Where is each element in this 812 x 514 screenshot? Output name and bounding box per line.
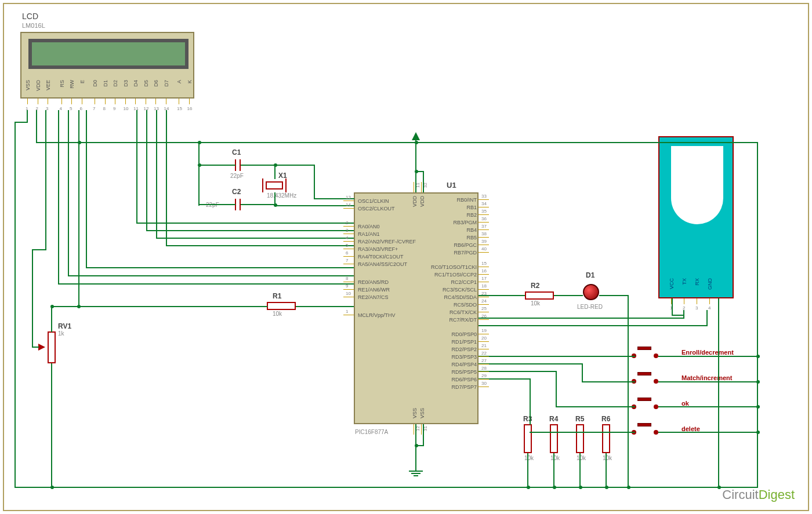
- lcd-pin-num: 16: [187, 106, 193, 111]
- junction-dot: [415, 170, 418, 173]
- sensor-pin-rx: RX: [694, 278, 700, 286]
- lcd-pin-vss: VSS: [25, 80, 31, 90]
- lcd-pin-tick: [189, 99, 190, 104]
- chip-pin-label: RB4: [466, 227, 477, 233]
- button-delete[interactable]: [635, 423, 658, 436]
- lcd-pin-num: 8: [103, 106, 106, 111]
- wire: [156, 238, 354, 239]
- lcd-pin-num: 6: [80, 106, 82, 111]
- lcd-pin-d6: D6: [153, 80, 159, 87]
- wire: [146, 110, 147, 231]
- sensor-pin-gnd: GND: [707, 278, 713, 290]
- r2-ref: R2: [531, 282, 539, 290]
- chip-pin-stub: [478, 364, 489, 364]
- chip-pin-num: 8: [346, 276, 348, 281]
- lcd-pin-num: 2: [36, 106, 38, 111]
- resistor-r6: [602, 424, 610, 453]
- junction-dot: [274, 163, 277, 167]
- chip-pin-label: RB0/INT: [456, 197, 477, 203]
- wire: [530, 432, 635, 433]
- button-ok[interactable]: [635, 398, 658, 410]
- button-enroll[interactable]: [635, 347, 658, 359]
- chip-pin-stub: [343, 241, 354, 242]
- button-match[interactable]: [635, 372, 658, 385]
- lcd-title: LCD: [22, 12, 38, 21]
- wire: [136, 223, 354, 224]
- chip-pin-stub: [478, 304, 489, 305]
- c1-ref: C1: [232, 148, 241, 156]
- chip-pin-num: 35: [481, 209, 487, 214]
- chip-pin-stub: [343, 256, 354, 257]
- lcd-pin-k: K: [187, 80, 193, 83]
- chip-pin-stub: [478, 282, 489, 282]
- c2-ref: C2: [232, 188, 241, 196]
- chip-pin-label: RA2/AN2/VREF-/CVREF: [358, 239, 416, 245]
- sensor-window: [671, 146, 723, 224]
- wire-ground-bus: [14, 487, 758, 488]
- sensor-pin-num: 2: [683, 305, 685, 311]
- chip-pin-stub: [414, 182, 414, 192]
- wire: [51, 363, 52, 488]
- chip-pin-stub: [343, 315, 354, 315]
- junction-dot: [527, 486, 530, 489]
- wire: [32, 249, 33, 348]
- chip-pin-stub: [478, 312, 489, 312]
- sensor-pin-tick: [671, 298, 672, 304]
- wire: [556, 371, 557, 407]
- chip-pin-label: RC1/T1OSI/CCP2: [434, 272, 477, 278]
- chip-pin-stub: [478, 207, 489, 207]
- chip-pin-label: RC3/SCK/SCL: [443, 287, 477, 293]
- wire: [556, 406, 635, 407]
- chip-pin-stub: [343, 249, 354, 249]
- led-d1: [583, 284, 599, 300]
- chip-pin-num: 28: [481, 366, 487, 371]
- lcd-part: LM016L: [22, 22, 45, 29]
- wire: [599, 295, 628, 296]
- junction-dot: [717, 486, 721, 489]
- sensor-pin-num: 4: [708, 305, 710, 311]
- chip-pin-label: MCLR/Vpp/THV: [358, 312, 396, 318]
- chip-pin-label: RA3/AN3/VREF+: [358, 246, 398, 252]
- wire: [296, 306, 354, 307]
- wire: [553, 453, 554, 488]
- wire: [32, 249, 46, 250]
- chip-pin-num: 23: [481, 291, 487, 296]
- sensor-pin-tx: TX: [682, 278, 687, 285]
- chip-pin-stub: [478, 341, 489, 342]
- wire: [672, 315, 684, 316]
- lcd-pin-tick: [179, 99, 179, 104]
- junction-dot: [627, 486, 630, 489]
- chip-pin-num: 36: [481, 216, 487, 221]
- chip-pin-num: 10: [346, 291, 351, 296]
- chip-pin-label: OSC2/CLKOUT: [358, 206, 395, 212]
- wire: [166, 245, 354, 246]
- chip-pin-stub: [478, 267, 489, 267]
- chip-pin-label: RB3/PGM: [453, 220, 477, 225]
- chip-pin-num: 19: [481, 328, 487, 333]
- resistor-r4: [550, 424, 558, 453]
- junction-dot: [579, 486, 582, 489]
- lcd-screen: [28, 39, 188, 69]
- chip-pin-label: RC7/RX/DT: [449, 317, 477, 323]
- chip-pin-label: RB6/PGC: [454, 242, 477, 248]
- schematic-canvas: LCD LM016L U1 PIC16F877A C1 22pF C2 22pF…: [0, 0, 812, 514]
- chip-pin-label: RD2/PSP2: [451, 347, 477, 352]
- chip-pin-stub: [421, 182, 422, 192]
- r6-val: 10k: [603, 455, 612, 461]
- chip-pin-num: 13: [346, 195, 351, 200]
- rv1-val: 1k: [58, 330, 64, 337]
- lcd-pin-e: E: [79, 80, 85, 83]
- junction-dot: [756, 431, 760, 434]
- rv1-ref: RV1: [58, 322, 71, 330]
- lcd-pin-tick: [71, 99, 72, 104]
- chip-pin-label: RD7/PSP7: [451, 384, 477, 390]
- wire: [146, 230, 354, 231]
- chip-pin-label: VSS: [419, 408, 425, 418]
- lcd-pin-d2: D2: [113, 80, 118, 87]
- chip-pin-num: 20: [481, 336, 487, 341]
- chip-pin-label: RB7/PGD: [454, 250, 477, 256]
- chip-pin-stub: [421, 424, 422, 435]
- wire: [156, 110, 157, 238]
- wire: [718, 298, 719, 488]
- chip-pin-label: RA1/AN1: [358, 231, 380, 237]
